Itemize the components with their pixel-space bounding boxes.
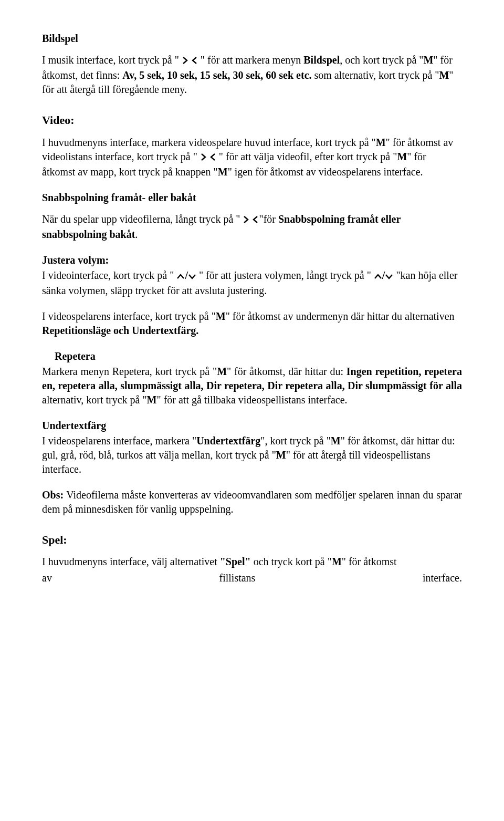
chevron-left-icon [252, 213, 259, 227]
text-bold: Bildspel [303, 54, 340, 66]
text-bold: Repetitionsläge och Undertextfärg. [42, 325, 198, 336]
text: " för åtkomst av undermenyn där hittar d… [226, 310, 455, 322]
text-bold: M [397, 151, 407, 162]
paragraph-justera-volym: I videointerface, kort tryck på " / " fö… [42, 268, 462, 298]
text-bold: M [276, 449, 286, 461]
text: " för att markera menyn [201, 54, 303, 66]
text: " för åtkomst [342, 556, 397, 567]
text-bold: Undertextfärg [196, 435, 260, 446]
text: " för att justera volymen, långt tryck p… [199, 269, 371, 281]
chevron-down-icon [385, 269, 393, 284]
text: I videospelarens interface, markera " [42, 435, 196, 446]
text: I huvudmenyns interface, markera videosp… [42, 137, 376, 148]
text-bold: Obs: [42, 489, 64, 501]
heading-video: Video: [42, 112, 462, 128]
heading-spel: Spel: [42, 532, 462, 548]
text: " för åtkomst, där hittar du: [227, 366, 346, 377]
text: ", kort tryck på " [260, 435, 331, 446]
heading-justera-volym: Justera volym: [42, 253, 462, 267]
text: av [42, 571, 52, 585]
text-bold: M [331, 435, 341, 446]
text: fillistans [219, 571, 256, 585]
text: som alternativ, kort tryck på " [312, 69, 439, 81]
text: Markera menyn Repetera, kort tryck på " [42, 366, 217, 377]
text: I videointerface, kort tryck på " [42, 269, 174, 281]
text-bold: M [423, 54, 433, 66]
text: " för att välja videofil, efter kort try… [219, 151, 397, 162]
text-bold: Av, 5 sek, 10 sek, 15 sek, 30 sek, 60 se… [122, 69, 311, 81]
text: . [135, 228, 138, 240]
chevron-down-icon [188, 269, 196, 284]
text-bold: M [218, 166, 228, 178]
paragraph-bildspel: I musik interface, kort tryck på " " för… [42, 53, 462, 97]
text: I huvudmenyns interface, välj alternativ… [42, 556, 220, 567]
text: När du spelar upp videofilerna, långt tr… [42, 213, 240, 225]
text-bold: M [216, 310, 226, 322]
text: I musik interface, kort tryck på " [42, 54, 179, 66]
chevron-left-icon [209, 151, 216, 165]
chevron-up-icon [374, 269, 382, 284]
paragraph-repetera: Markera menyn Repetera, kort tryck på "M… [42, 365, 462, 407]
text: alternativ, kort tryck på " [42, 394, 147, 406]
heading-undertextfarg: Undertextfärg [42, 419, 462, 433]
text-bold: M [439, 69, 449, 81]
text: interface. [423, 571, 462, 585]
paragraph-obs: Obs: Videofilerna måste konverteras av v… [42, 488, 462, 516]
text: I videospelarens interface, kort tryck p… [42, 310, 216, 322]
heading-repetera: Repetera [42, 349, 462, 363]
paragraph-spel-last: av fillistans interface. [42, 571, 462, 585]
text-bold: "Spel" [220, 556, 251, 567]
text: och tryck kort på " [251, 556, 332, 567]
text-bold: M [376, 137, 386, 148]
chevron-right-icon [200, 151, 207, 165]
chevron-left-icon [191, 54, 198, 68]
paragraph-video: I huvudmenyns interface, markera videosp… [42, 136, 462, 179]
chevron-right-icon [182, 54, 188, 68]
heading-bildspel: Bildspel [42, 32, 462, 46]
text-bold: M [147, 394, 157, 406]
text-bold: M [332, 556, 342, 567]
paragraph-snabbspolning: När du spelar upp videofilerna, långt tr… [42, 212, 462, 242]
paragraph-videospelarens: I videospelarens interface, kort tryck p… [42, 309, 462, 338]
text: , och kort tryck på " [340, 54, 423, 66]
text: " för att gå tillbaka videospellistans i… [156, 394, 347, 406]
heading-snabbspolning: Snabbspolning framåt- eller bakåt [42, 191, 462, 205]
paragraph-undertextfarg: I videospelarens interface, markera "Und… [42, 434, 462, 476]
text: " igen för åtkomst av videospelarens int… [228, 166, 423, 178]
text: "för [259, 213, 278, 225]
text: Videofilerna måste konverteras av videoo… [42, 489, 462, 515]
paragraph-spel: I huvudmenyns interface, välj alternativ… [42, 555, 462, 569]
chevron-up-icon [176, 269, 185, 284]
chevron-right-icon [243, 213, 249, 227]
text-bold: M [217, 366, 227, 377]
